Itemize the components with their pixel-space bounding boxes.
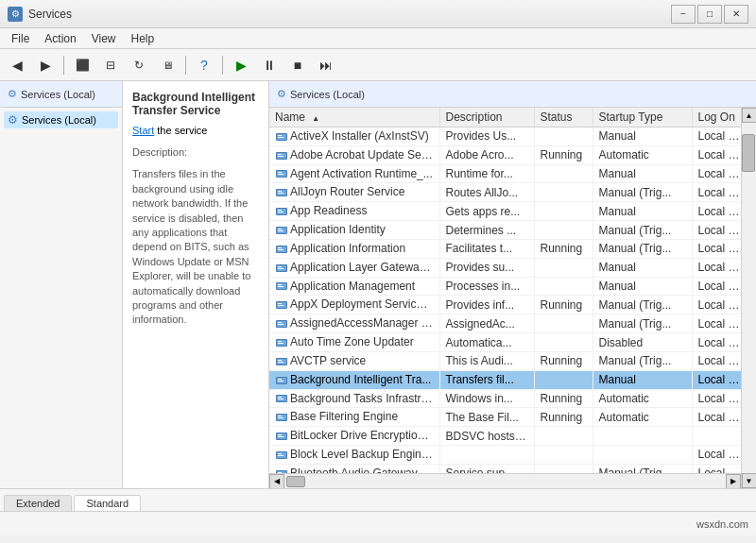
status-bar: wsxdn.com (0, 511, 756, 535)
toolbar-back[interactable]: ◀ (4, 52, 30, 78)
tab-standard[interactable]: Standard (74, 495, 141, 511)
svg-rect-46 (278, 341, 282, 342)
table-row[interactable]: Auto Time Zone UpdaterAutomatica...Disab… (269, 333, 741, 352)
sidebar-item-services-local[interactable]: ⚙ Services (Local) (4, 111, 118, 128)
col-log-on[interactable]: Log On (692, 108, 741, 127)
table-row[interactable]: AppX Deployment Service (...Provides inf… (269, 296, 741, 314)
scroll-left-arrow[interactable]: ◀ (269, 474, 284, 489)
services-header-text: Services (Local) (290, 89, 365, 100)
toolbar-forward[interactable]: ▶ (32, 52, 59, 78)
service-name-cell: Base Filtering Engine (269, 408, 439, 427)
table-row[interactable]: Application InformationFacilitates t...R… (269, 239, 741, 258)
table-row[interactable]: Bluetooth Audio Gateway S...Service sup.… (269, 464, 741, 473)
table-row[interactable]: ActiveX Installer (AxInstSV)Provides Us.… (269, 127, 741, 146)
toolbar-pause[interactable]: ⏸ (256, 52, 283, 78)
table-row[interactable]: Block Level Backup Engine ...Local Sy... (269, 446, 741, 464)
table-row[interactable]: Adobe Acrobat Update Ser...Adobe Acro...… (269, 145, 741, 164)
col-name[interactable]: Name ▲ (269, 108, 439, 127)
svg-rect-10 (278, 172, 282, 173)
svg-rect-38 (278, 303, 282, 304)
svg-rect-66 (278, 434, 282, 435)
toolbar-up[interactable]: ⬛ (69, 52, 95, 78)
toolbar-refresh[interactable]: ↻ (126, 52, 152, 78)
minimize-button[interactable]: − (671, 5, 696, 24)
service-name-text: Application Layer Gateway ... (290, 261, 438, 274)
toolbar-restart[interactable]: ⏭ (313, 52, 339, 78)
table-row[interactable]: Background Tasks Infrastruc...Windows in… (269, 389, 741, 408)
table-row[interactable]: Background Intelligent Tra...Transfers f… (269, 370, 741, 389)
title-bar-left: ⚙ Services (8, 7, 72, 22)
scroll-up-arrow[interactable]: ▲ (742, 108, 757, 123)
svg-rect-2 (278, 135, 282, 136)
close-button[interactable]: ✕ (724, 5, 748, 24)
service-name-cell: Block Level Backup Engine ... (269, 446, 439, 464)
service-status-cell: Running (534, 145, 593, 164)
col-description[interactable]: Description (439, 108, 534, 127)
col-startup-type[interactable]: Startup Type (593, 108, 692, 127)
service-status-cell (534, 127, 593, 146)
menu-file[interactable]: File (4, 30, 37, 47)
svg-rect-55 (278, 381, 284, 382)
toolbar-help[interactable]: ? (191, 52, 217, 78)
maximize-button[interactable]: □ (697, 5, 722, 24)
svg-rect-59 (278, 399, 284, 399)
sidebar-header-text: Services (Local) (21, 89, 95, 100)
service-name-cell: AssignedAccessManager Se... (269, 314, 439, 333)
toolbar-export[interactable]: 🖥 (154, 52, 180, 78)
toolbar-stop[interactable]: ■ (284, 52, 311, 78)
table-row[interactable]: Application IdentityDetermines ...Manual… (269, 221, 741, 240)
table-row[interactable]: Base Filtering EngineThe Base Fil...Runn… (269, 408, 741, 427)
start-service-link[interactable]: Start (132, 125, 154, 136)
menu-view[interactable]: View (84, 30, 124, 47)
service-status-cell: Running (534, 408, 593, 427)
table-row[interactable]: BitLocker Drive Encryption ...BDSVC host… (269, 427, 741, 446)
service-logon-cell: Local Sy... (692, 164, 741, 183)
col-status[interactable]: Status (534, 108, 593, 127)
table-row[interactable]: App ReadinessGets apps re...ManualLocal … (269, 202, 741, 221)
service-desc-cell: Provides inf... (439, 296, 534, 314)
app-icon: ⚙ (8, 7, 23, 22)
tab-extended[interactable]: Extended (4, 495, 72, 511)
horizontal-scrollbar[interactable]: ◀ ▶ (269, 473, 741, 488)
menu-help[interactable]: Help (124, 30, 163, 47)
menu-action[interactable]: Action (37, 30, 83, 47)
sidebar-tree: ⚙ Services (Local) (0, 108, 122, 488)
service-logon-cell: Local Sy... (692, 127, 741, 146)
service-icon (275, 317, 288, 331)
toolbar-play[interactable]: ▶ (228, 52, 254, 78)
scroll-thumb-h[interactable] (286, 476, 305, 487)
table-row[interactable]: Application Layer Gateway ...Provides su… (269, 258, 741, 277)
service-status-cell (534, 464, 593, 473)
service-icon (275, 467, 288, 473)
service-status-cell (534, 427, 593, 446)
scroll-thumb-v[interactable] (742, 134, 755, 172)
service-icon (275, 336, 288, 349)
svg-rect-26 (278, 247, 282, 248)
table-row[interactable]: Agent Activation Runtime_...Runtime for.… (269, 164, 741, 183)
vertical-scrollbar[interactable]: ▲ ▼ (741, 108, 756, 488)
service-startup-cell: Manual (Trig... (593, 221, 692, 240)
service-name-cell: Auto Time Zone Updater (269, 333, 439, 352)
service-name-cell: Application Identity (269, 221, 439, 240)
service-name-cell: AppX Deployment Service (... (269, 296, 439, 314)
table-row[interactable]: AssignedAccessManager Se...AssignedAc...… (269, 314, 741, 333)
table-row[interactable]: AVCTP serviceThis is Audi...RunningManua… (269, 351, 741, 370)
table-row[interactable]: Application ManagementProcesses in...Man… (269, 277, 741, 296)
desc-start-line: Start the service (132, 125, 259, 136)
service-startup-cell: Automatic (593, 145, 692, 164)
scroll-right-arrow[interactable]: ▶ (726, 474, 741, 489)
service-desc-cell: Facilitates t... (439, 239, 534, 258)
service-name-text: ActiveX Installer (AxInstSV) (290, 129, 429, 143)
svg-rect-30 (278, 266, 282, 267)
service-startup-cell: Manual (593, 277, 692, 296)
title-bar: ⚙ Services − □ ✕ (0, 0, 756, 28)
scroll-down-arrow[interactable]: ▼ (742, 473, 757, 488)
title-bar-controls: − □ ✕ (671, 5, 748, 24)
table-row[interactable]: AllJoyn Router ServiceRoutes AllJo...Man… (269, 183, 741, 202)
service-startup-cell: Manual (593, 258, 692, 277)
service-name-cell: Background Intelligent Tra... (269, 370, 439, 389)
service-logon-cell: Local Sy... (692, 277, 741, 296)
toolbar-show-hide[interactable]: ⊟ (97, 52, 124, 78)
service-desc-cell: Provides Us... (439, 127, 534, 146)
services-header-bar: ⚙ Services (Local) (269, 81, 756, 108)
